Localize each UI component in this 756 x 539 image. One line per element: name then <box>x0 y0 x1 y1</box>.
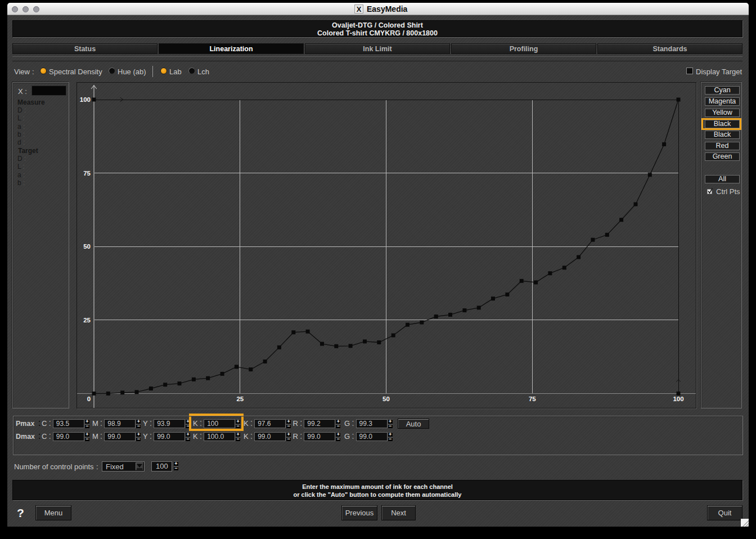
svg-text:100: 100 <box>80 96 91 103</box>
svg-text:25: 25 <box>236 396 244 402</box>
svg-text:50: 50 <box>382 396 390 402</box>
svg-text:75: 75 <box>83 170 91 177</box>
svg-text:25: 25 <box>83 317 91 324</box>
svg-text:50: 50 <box>83 243 91 250</box>
svg-text:0: 0 <box>87 396 91 402</box>
svg-text:75: 75 <box>529 396 536 402</box>
svg-text:100: 100 <box>673 396 683 402</box>
